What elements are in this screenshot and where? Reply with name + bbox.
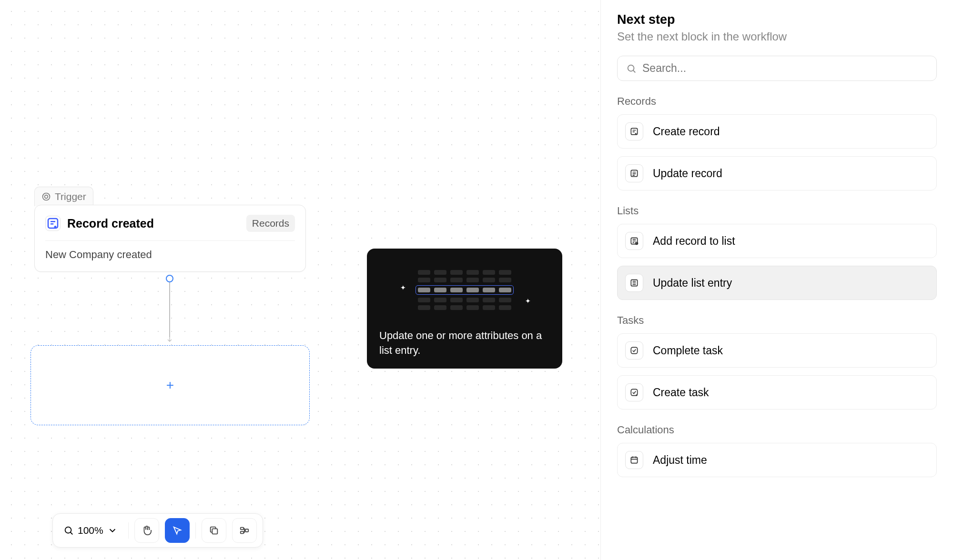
search-icon	[626, 63, 637, 74]
trigger-node[interactable]: Record created Records New Company creat…	[34, 205, 306, 272]
step-option-label: Update record	[653, 167, 722, 180]
plus-icon: +	[166, 378, 174, 393]
list-add-icon	[625, 232, 643, 250]
panel-title: Next step	[617, 12, 937, 27]
group-label: Records	[617, 95, 937, 108]
list-update-icon	[625, 274, 643, 292]
connector-line	[169, 282, 170, 337]
target-icon	[41, 192, 51, 201]
step-option-label: Add record to list	[653, 235, 735, 248]
hand-icon	[142, 525, 152, 536]
zoom-control[interactable]: 100%	[59, 522, 122, 539]
pan-tool-button[interactable]	[134, 518, 159, 543]
step-option-label: Complete task	[653, 344, 723, 357]
task-add-icon	[625, 383, 643, 401]
step-option-label: Update list entry	[653, 277, 732, 290]
next-step-panel: Next step Set the next block in the work…	[600, 0, 953, 560]
connector-output-port[interactable]	[166, 275, 173, 282]
step-option[interactable]: Adjust time	[617, 443, 937, 477]
step-option-label: Adjust time	[653, 454, 707, 467]
svg-rect-5	[240, 528, 243, 530]
svg-point-0	[43, 193, 50, 200]
record-add-icon	[625, 122, 643, 140]
svg-rect-14	[631, 347, 637, 353]
trigger-badge-label: Trigger	[55, 191, 86, 202]
step-option-label: Create record	[653, 125, 720, 138]
sparkle-icon: ✦	[525, 297, 531, 305]
sparkle-icon: ✦	[400, 284, 406, 291]
canvas-toolbar: 100%	[52, 513, 263, 548]
task-check-icon	[625, 341, 643, 360]
step-option[interactable]: Update list entry	[617, 266, 937, 300]
select-tool-button[interactable]	[165, 518, 190, 543]
group-label: Tasks	[617, 314, 937, 327]
toolbar-separator	[195, 522, 196, 539]
svg-rect-16	[631, 457, 637, 463]
svg-rect-6	[240, 531, 243, 534]
toolbar-separator	[128, 522, 129, 539]
step-option-label: Create task	[653, 386, 709, 399]
copy-button[interactable]	[202, 518, 226, 543]
trigger-node-title: Record created	[67, 217, 240, 230]
search-icon	[63, 525, 74, 536]
step-option[interactable]: Create task	[617, 375, 937, 410]
step-tooltip: ✦ ✦ Update one or more attributes on a l…	[367, 249, 562, 369]
calendar-icon	[625, 451, 643, 469]
layout-icon	[239, 525, 250, 536]
group-label: Calculations	[617, 424, 937, 436]
step-option[interactable]: Add record to list	[617, 224, 937, 258]
add-step-placeholder[interactable]: +	[30, 345, 310, 425]
svg-point-8	[628, 65, 634, 71]
trigger-node-subtitle: New Company created	[45, 241, 295, 261]
group-label: Lists	[617, 205, 937, 217]
tooltip-text: Update one or more attributes on a list …	[379, 329, 550, 358]
svg-point-3	[65, 527, 71, 533]
copy-icon	[209, 525, 219, 536]
trigger-badge: Trigger	[34, 187, 93, 206]
svg-rect-7	[245, 529, 248, 532]
tooltip-graphic: ✦ ✦	[379, 259, 550, 321]
record-update-icon	[625, 164, 643, 182]
record-created-icon	[45, 216, 61, 231]
panel-subtitle: Set the next block in the workflow	[617, 30, 937, 43]
svg-point-1	[45, 195, 48, 199]
zoom-value: 100%	[78, 525, 103, 536]
search-input[interactable]	[642, 62, 928, 75]
trigger-node-tag: Records	[246, 215, 295, 232]
svg-rect-4	[212, 529, 217, 534]
cursor-icon	[172, 525, 182, 536]
step-option[interactable]: Update record	[617, 156, 937, 190]
step-option[interactable]: Create record	[617, 114, 937, 149]
chevron-down-icon	[107, 525, 118, 536]
connector-arrow-icon	[166, 336, 173, 343]
workflow-canvas[interactable]: Trigger Record created Records New Compa…	[0, 0, 600, 560]
step-search[interactable]	[617, 56, 937, 81]
layout-button[interactable]	[232, 518, 257, 543]
step-option[interactable]: Complete task	[617, 333, 937, 368]
